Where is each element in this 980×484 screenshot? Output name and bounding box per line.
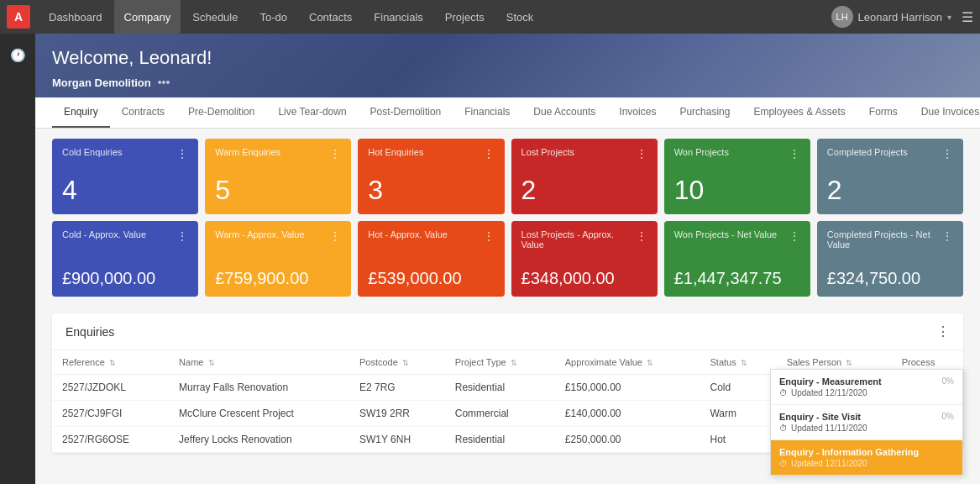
stat-menu-won[interactable]: ⋮ bbox=[789, 147, 800, 160]
process-title-infogathering: Enquiry - Information Gathering bbox=[779, 447, 919, 457]
nav-todo[interactable]: To-do bbox=[249, 0, 297, 34]
stat-menu-warm-val[interactable]: ⋮ bbox=[329, 229, 341, 243]
process-pct-measurement: 0% bbox=[942, 376, 954, 386]
hamburger-icon[interactable]: ☰ bbox=[962, 9, 973, 25]
stat-warm-value: Warm - Approx. Value ⋮ £759,900.00 bbox=[205, 221, 351, 297]
welcome-text: Welcome, Leonard! bbox=[52, 47, 963, 69]
tab-employees-assets[interactable]: Employees & Assets bbox=[742, 97, 857, 128]
col-name[interactable]: Name ⇅ bbox=[169, 350, 349, 375]
main-layout: 🕐 Welcome, Leonard! Morgan Demolition ••… bbox=[0, 34, 980, 484]
tab-due-accounts[interactable]: Due Accounts bbox=[521, 97, 607, 128]
company-row: Morgan Demolition ••• bbox=[52, 76, 963, 97]
stat-menu-won-val[interactable]: ⋮ bbox=[789, 229, 800, 243]
cell-name-3: Jeffery Locks Renovation bbox=[169, 427, 349, 453]
tab-financials[interactable]: Financials bbox=[453, 97, 521, 128]
cell-status-1: Cold bbox=[700, 375, 776, 401]
col-reference[interactable]: Reference ⇅ bbox=[52, 350, 169, 375]
user-menu[interactable]: LH Leonard Harrison ▾ bbox=[831, 6, 951, 28]
nav-schedule[interactable]: Schedule bbox=[182, 0, 248, 34]
stat-menu-hot-val[interactable]: ⋮ bbox=[483, 229, 495, 243]
process-title-measurement: Enquiry - Measurement bbox=[779, 376, 882, 387]
tab-pre-demolition[interactable]: Pre-Demolition bbox=[176, 97, 266, 128]
nav-dashboard[interactable]: Dashboard bbox=[39, 0, 113, 34]
tab-forms[interactable]: Forms bbox=[857, 97, 909, 128]
col-status[interactable]: Status ⇅ bbox=[700, 350, 776, 375]
nav-right-area: LH Leonard Harrison ▾ ☰ bbox=[831, 6, 973, 28]
nav-stock[interactable]: Stock bbox=[496, 0, 544, 34]
main-content: Welcome, Leonard! Morgan Demolition ••• … bbox=[35, 34, 980, 484]
process-item-sitevisit[interactable]: Enquiry - Site Visit 0% ⏱ Updated 11/11/… bbox=[771, 405, 962, 440]
clock-icon: ⏱ bbox=[779, 388, 788, 397]
stat-lost-projects: Lost Projects ⋮ 2 bbox=[511, 139, 658, 214]
cell-postcode-3: SW1Y 6NH bbox=[349, 427, 445, 453]
stat-menu-hot[interactable]: ⋮ bbox=[483, 147, 495, 160]
tab-contracts[interactable]: Contracts bbox=[110, 97, 176, 128]
enquiries-section: Enquiries ⋮ Reference ⇅ Name ⇅ Postcode … bbox=[52, 313, 963, 453]
cell-type-2: Commercial bbox=[445, 401, 555, 427]
nav-financials[interactable]: Financials bbox=[364, 0, 433, 34]
stat-cold-enquiries: Cold Enquiries ⋮ 4 bbox=[52, 139, 198, 214]
enquiries-title: Enquiries bbox=[66, 325, 114, 339]
chevron-down-icon: ▾ bbox=[947, 13, 951, 22]
process-item-infogathering[interactable]: Enquiry - Information Gathering ⏱ Update… bbox=[771, 440, 962, 475]
stats-row-2: Cold - Approx. Value ⋮ £900,000.00 Warm … bbox=[52, 221, 963, 297]
cell-value-2: £140,000.00 bbox=[555, 401, 700, 427]
nav-company[interactable]: Company bbox=[114, 0, 181, 34]
tab-purchasing[interactable]: Purchasing bbox=[668, 97, 742, 128]
company-options-button[interactable]: ••• bbox=[158, 76, 170, 89]
cell-name-1: Murray Falls Renovation bbox=[169, 375, 349, 401]
tab-due-invoices[interactable]: Due Invoices bbox=[909, 97, 980, 128]
stat-menu-cold[interactable]: ⋮ bbox=[176, 147, 188, 160]
enquiries-menu-button[interactable]: ⋮ bbox=[936, 324, 950, 339]
tab-live-teardown[interactable]: Live Tear-down bbox=[266, 97, 358, 128]
tab-post-demolition[interactable]: Post-Demolition bbox=[359, 97, 453, 128]
stat-lost-value: Lost Projects - Approx. Value ⋮ £348,000… bbox=[511, 221, 658, 297]
cell-type-3: Residential bbox=[445, 427, 555, 453]
stat-menu-lost-val[interactable]: ⋮ bbox=[636, 229, 647, 243]
stat-won-value: Won Projects - Net Value ⋮ £1,447,347.75 bbox=[664, 221, 810, 297]
cell-name-2: McClure Crescent Project bbox=[169, 401, 349, 427]
col-project-type[interactable]: Project Type ⇅ bbox=[445, 350, 555, 375]
clock-icon-2: ⏱ bbox=[779, 424, 788, 433]
clock-icon-3: ⏱ bbox=[779, 459, 788, 468]
stat-won-projects: Won Projects ⋮ 10 bbox=[664, 139, 810, 214]
process-popup: Enquiry - Measurement 0% ⏱ Updated 12/11… bbox=[770, 369, 963, 476]
stat-menu-completed[interactable]: ⋮ bbox=[941, 147, 953, 160]
stat-menu-warm[interactable]: ⋮ bbox=[329, 147, 341, 160]
process-item-measurement[interactable]: Enquiry - Measurement 0% ⏱ Updated 12/11… bbox=[771, 370, 962, 405]
process-date-measurement: ⏱ Updated 12/11/2020 bbox=[779, 388, 954, 397]
tabs-bar: Enquiry Contracts Pre-Demolition Live Te… bbox=[35, 97, 980, 129]
col-approx-value[interactable]: Approximate Value ⇅ bbox=[555, 350, 700, 375]
nav-contacts[interactable]: Contacts bbox=[299, 0, 362, 34]
cell-value-3: £250,000.00 bbox=[555, 427, 700, 453]
process-pct-sitevisit: 0% bbox=[942, 412, 954, 421]
stat-cold-value: Cold - Approx. Value ⋮ £900,000.00 bbox=[52, 221, 198, 297]
app-logo[interactable]: A bbox=[7, 5, 30, 29]
process-date-infogathering: ⏱ Updated 12/11/2020 bbox=[779, 459, 954, 468]
cell-status-3: Hot bbox=[700, 427, 776, 453]
stat-menu-completed-val[interactable]: ⋮ bbox=[941, 229, 953, 243]
header-banner: Welcome, Leonard! Morgan Demolition ••• bbox=[35, 34, 980, 97]
cell-postcode-1: E2 7RG bbox=[349, 375, 445, 401]
enquiries-header: Enquiries ⋮ bbox=[52, 313, 963, 350]
cell-value-1: £150,000.00 bbox=[555, 375, 700, 401]
tab-invoices[interactable]: Invoices bbox=[607, 97, 668, 128]
tab-enquiry[interactable]: Enquiry bbox=[52, 97, 110, 128]
cell-status-2: Warm bbox=[700, 401, 776, 427]
cell-postcode-2: SW19 2RR bbox=[349, 401, 445, 427]
stats-section: Cold Enquiries ⋮ 4 Warm Enquiries ⋮ 5 Ho… bbox=[35, 129, 980, 313]
cell-type-1: Residential bbox=[445, 375, 555, 401]
cell-ref-2: 2527/CJ9FGI bbox=[52, 401, 169, 427]
col-postcode[interactable]: Postcode ⇅ bbox=[349, 350, 445, 375]
nav-projects[interactable]: Projects bbox=[435, 0, 495, 34]
stat-hot-enquiries: Hot Enquiries ⋮ 3 bbox=[358, 139, 504, 214]
sidebar-clock-icon[interactable]: 🕐 bbox=[3, 40, 33, 71]
company-name: Morgan Demolition bbox=[52, 76, 151, 89]
process-date-sitevisit: ⏱ Updated 11/11/2020 bbox=[779, 424, 954, 433]
stat-menu-lost[interactable]: ⋮ bbox=[636, 147, 647, 160]
stats-row-1: Cold Enquiries ⋮ 4 Warm Enquiries ⋮ 5 Ho… bbox=[52, 139, 963, 214]
process-title-sitevisit: Enquiry - Site Visit bbox=[779, 412, 861, 422]
stat-menu-cold-val[interactable]: ⋮ bbox=[176, 229, 188, 243]
stat-warm-enquiries: Warm Enquiries ⋮ 5 bbox=[205, 139, 351, 214]
stat-hot-value: Hot - Approx. Value ⋮ £539,000.00 bbox=[358, 221, 504, 297]
